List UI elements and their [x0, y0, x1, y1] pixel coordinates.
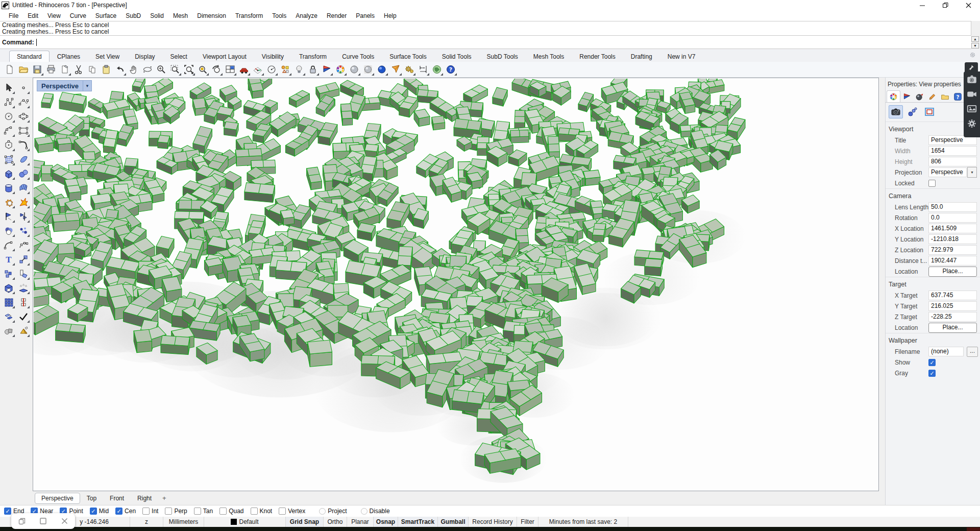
- print-icon[interactable]: [44, 63, 58, 76]
- drape-surface-icon[interactable]: [17, 182, 30, 194]
- status-osnap[interactable]: Osnap: [374, 517, 398, 527]
- osnap-tan-checkbox[interactable]: [194, 508, 201, 515]
- cplane-icon[interactable]: [251, 63, 264, 76]
- cage-edit-icon[interactable]: [2, 282, 15, 294]
- panel-tab-folder-icon[interactable]: [939, 91, 951, 102]
- mesh-from-surface-icon[interactable]: [2, 325, 15, 337]
- block-icon[interactable]: [2, 268, 15, 280]
- render-icon[interactable]: [389, 63, 402, 76]
- select-icon[interactable]: [2, 82, 15, 94]
- polygon-icon[interactable]: [2, 139, 15, 151]
- control-point-curve-icon[interactable]: [2, 96, 15, 108]
- status-planar[interactable]: Planar: [347, 517, 374, 527]
- popup-maximize-icon[interactable]: [40, 518, 46, 524]
- boolean-union-icon[interactable]: [2, 196, 15, 208]
- web-browser-icon[interactable]: [430, 63, 444, 76]
- status-minutes-from-last-save-2[interactable]: Minutes from last save: 2: [538, 517, 628, 527]
- dimension-icon[interactable]: [416, 63, 430, 76]
- command-line[interactable]: Command:: [0, 36, 971, 49]
- status-gumball[interactable]: Gumball: [438, 517, 469, 527]
- check-selection-icon[interactable]: [17, 310, 30, 323]
- help-icon[interactable]: ?: [444, 63, 457, 76]
- toolbar-options-gear-icon[interactable]: [969, 52, 976, 58]
- spin-down-button[interactable]: ▼: [971, 43, 979, 49]
- circle-center-icon[interactable]: [265, 63, 278, 76]
- minimize-button[interactable]: [911, 0, 934, 10]
- toolbar-tab-transform[interactable]: Transform: [291, 51, 334, 62]
- rebuild-curve-icon[interactable]: [17, 239, 30, 251]
- viewport-tab-right[interactable]: Right: [131, 493, 158, 504]
- gray-checkbox[interactable]: ✓: [928, 370, 936, 377]
- toolbar-tab-drafting[interactable]: Drafting: [623, 51, 660, 62]
- osnap-end-checkbox[interactable]: ✓: [4, 508, 11, 515]
- scale-icon[interactable]: [17, 253, 30, 266]
- property-value-field[interactable]: (none): [928, 347, 964, 356]
- rectangle-icon[interactable]: [17, 125, 30, 137]
- osnap-perp-checkbox[interactable]: [165, 508, 172, 515]
- circle-icon[interactable]: [2, 110, 15, 123]
- wallpaper-frame-icon[interactable]: [922, 105, 937, 118]
- panel-tab-pencil-icon[interactable]: [926, 91, 939, 102]
- surface-from-points-icon[interactable]: [2, 153, 15, 165]
- cut-icon[interactable]: [72, 63, 85, 76]
- status-smarttrack[interactable]: SmartTrack: [398, 517, 438, 527]
- menu-transform[interactable]: Transform: [231, 11, 267, 20]
- place-button[interactable]: Place...: [928, 267, 977, 277]
- spheres-icon[interactable]: [905, 105, 920, 118]
- menu-analyze[interactable]: Analyze: [291, 11, 322, 20]
- osnap-project-radio[interactable]: [319, 508, 326, 515]
- menu-solid[interactable]: Solid: [145, 11, 168, 20]
- change-layer-icon[interactable]: [2, 310, 15, 323]
- copy-to-clipboard-icon[interactable]: [58, 63, 71, 76]
- ellipse-icon[interactable]: [17, 110, 30, 123]
- status-grid-snap[interactable]: Grid Snap: [286, 517, 324, 527]
- 3d-scene-canvas[interactable]: [34, 79, 878, 490]
- menu-edit[interactable]: Edit: [23, 11, 43, 20]
- toolbar-tab-curve-tools[interactable]: Curve Tools: [334, 51, 382, 62]
- osnap-settings-icon[interactable]: [279, 63, 292, 76]
- light-icon[interactable]: [292, 63, 306, 76]
- zoom-window-icon[interactable]: [168, 63, 182, 76]
- camera-icon[interactable]: [966, 74, 977, 85]
- command-history[interactable]: Creating meshes... Press Esc to cancelCr…: [0, 21, 971, 36]
- place-button[interactable]: Place...: [928, 323, 977, 333]
- arc-icon[interactable]: [2, 125, 15, 137]
- viewport-tab-perspective[interactable]: Perspective: [35, 493, 80, 504]
- osnap-disable[interactable]: Disable: [361, 508, 390, 515]
- menu-panels[interactable]: Panels: [351, 11, 379, 20]
- rendered-viewport-icon[interactable]: [375, 63, 388, 76]
- toolbar-tab-new-in-v7[interactable]: New in V7: [660, 51, 703, 62]
- osnap-quad[interactable]: Quad: [219, 508, 243, 515]
- menu-curve[interactable]: Curve: [65, 11, 91, 20]
- property-value-field[interactable]: Perspective: [928, 167, 967, 177]
- panel-tab-material-sphere-icon[interactable]: [913, 91, 926, 102]
- interpolate-curve-icon[interactable]: [17, 96, 30, 108]
- sphere-icon[interactable]: [17, 167, 30, 180]
- viewport-tab-front[interactable]: Front: [103, 493, 131, 504]
- menu-subd[interactable]: SubD: [121, 11, 145, 20]
- viewport-title-pill[interactable]: Perspective ▼: [37, 80, 92, 91]
- osnap-int-checkbox[interactable]: [142, 508, 150, 515]
- explode-icon[interactable]: [17, 196, 30, 208]
- property-value-field[interactable]: 722.979: [928, 245, 977, 255]
- array-linear-icon[interactable]: [17, 296, 30, 308]
- osnap-tan[interactable]: Tan: [194, 508, 213, 515]
- status-ortho[interactable]: Ortho: [324, 517, 347, 527]
- new-viewport-tab-button[interactable]: +: [162, 494, 166, 502]
- toolbar-tab-solid-tools[interactable]: Solid Tools: [434, 51, 479, 62]
- toolbar-tab-set-view[interactable]: Set View: [88, 51, 127, 62]
- video-camera-icon[interactable]: [966, 88, 977, 100]
- curve-boolean-icon[interactable]: [2, 225, 15, 237]
- osnap-vertex-checkbox[interactable]: [279, 508, 286, 515]
- zoom-extents-icon[interactable]: [182, 63, 195, 76]
- toolbar-tab-surface-tools[interactable]: Surface Tools: [382, 51, 434, 62]
- property-value-field[interactable]: -1210.818: [928, 234, 977, 244]
- toolbar-tab-display[interactable]: Display: [127, 51, 162, 62]
- curve-blend-icon[interactable]: [17, 139, 30, 151]
- close-button[interactable]: [957, 0, 980, 10]
- undo-icon[interactable]: [113, 63, 127, 76]
- text-icon[interactable]: T: [2, 253, 15, 266]
- zoom-selected-icon[interactable]: [196, 63, 209, 76]
- surface-from-corners-icon[interactable]: [17, 153, 30, 165]
- viewport-layout-icon[interactable]: [224, 63, 237, 76]
